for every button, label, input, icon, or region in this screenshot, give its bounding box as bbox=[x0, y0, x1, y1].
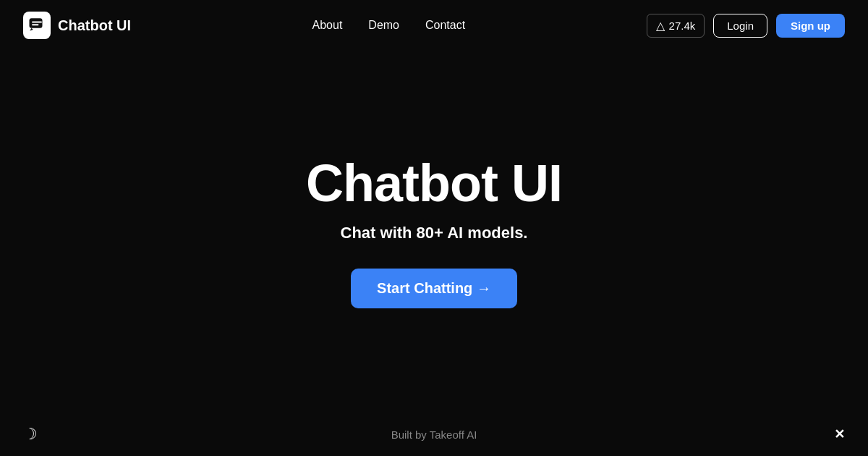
navbar: Chatbot UI About Demo Contact △ 27.4k Lo… bbox=[0, 0, 868, 51]
start-chatting-button[interactable]: Start Chatting → bbox=[351, 269, 517, 308]
logo-icon bbox=[23, 12, 51, 39]
footer: ☽ Built by Takeoff AI ✕ bbox=[0, 413, 868, 456]
moon-icon[interactable]: ☽ bbox=[23, 425, 38, 444]
hero-subtitle: Chat with 80+ AI models. bbox=[341, 224, 528, 242]
signup-button[interactable]: Sign up bbox=[776, 14, 845, 38]
logo[interactable]: Chatbot UI bbox=[23, 12, 131, 39]
login-button[interactable]: Login bbox=[713, 14, 767, 38]
github-stars-badge[interactable]: △ 27.4k bbox=[647, 14, 705, 38]
nav-about[interactable]: About bbox=[312, 19, 343, 32]
github-stars-count: 27.4k bbox=[669, 20, 696, 32]
twitter-x-icon[interactable]: ✕ bbox=[834, 426, 845, 442]
hero-section: Chatbot UI Chat with 80+ AI models. Star… bbox=[0, 51, 868, 413]
nav-links: About Demo Contact bbox=[312, 19, 466, 32]
nav-right: △ 27.4k Login Sign up bbox=[647, 14, 845, 38]
hero-title: Chatbot UI bbox=[306, 155, 562, 212]
svg-rect-0 bbox=[30, 18, 43, 28]
built-by-text: Built by Takeoff AI bbox=[391, 428, 477, 441]
github-icon: △ bbox=[656, 19, 665, 33]
logo-text: Chatbot UI bbox=[58, 17, 131, 34]
nav-demo[interactable]: Demo bbox=[368, 19, 399, 32]
nav-contact[interactable]: Contact bbox=[425, 19, 465, 32]
